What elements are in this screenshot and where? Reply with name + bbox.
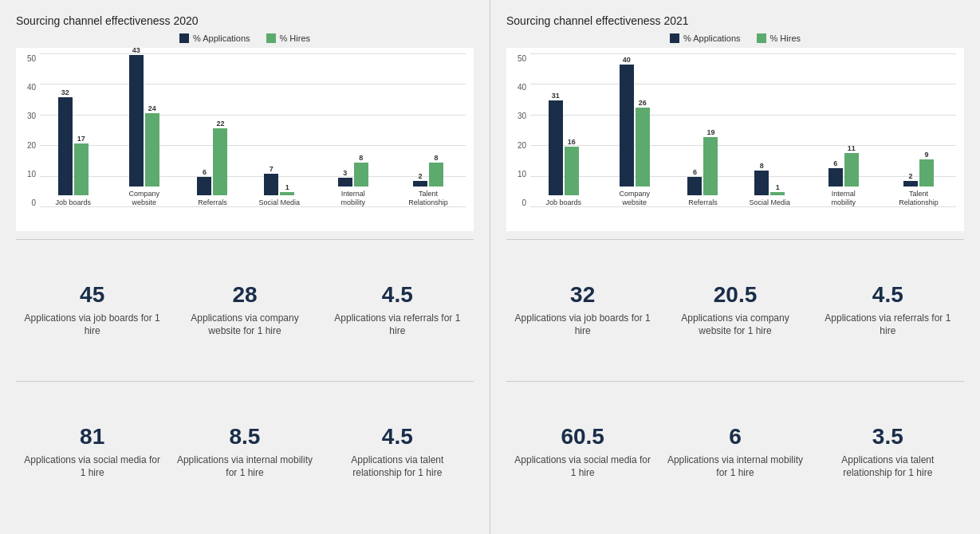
- stat-desc: Applications via job boards for 1 hire: [24, 312, 160, 339]
- bar-group-bars: 619: [687, 128, 718, 195]
- bar-value-app: 43: [132, 46, 140, 54]
- panel-2020: Sourcing channel effectiveness 2020 % Ap…: [0, 0, 490, 534]
- stat-cell: 8.5Applications via internal mobility fo…: [168, 381, 321, 523]
- chart-inner: 3116Job boards4026Company website619Refe…: [530, 54, 956, 207]
- legend-applications-2021: % Applications: [670, 33, 741, 43]
- bar-value-app: 3: [343, 169, 347, 177]
- y-label: 50: [518, 54, 529, 63]
- bar-value-app: 32: [61, 88, 69, 96]
- bar-label: Internal mobility: [331, 190, 375, 207]
- stat-desc: Applications via internal mobility for 1…: [176, 454, 313, 481]
- bar-app: [58, 97, 73, 195]
- y-label: 20: [27, 141, 38, 150]
- y-label: 0: [521, 198, 529, 207]
- y-label: 30: [27, 112, 38, 120]
- panel-2021: Sourcing channel effectiveness 2021 % Ap…: [490, 0, 980, 534]
- bar-wrapper-app: 31: [549, 92, 563, 195]
- bar-hire: [703, 137, 718, 195]
- stat-desc: Applications via social media for 1 hire: [514, 454, 651, 481]
- legend-applications-label: % Applications: [193, 33, 250, 43]
- bar-group-bars: 71: [264, 165, 294, 195]
- y-label: 40: [27, 83, 38, 92]
- bar-label: Job boards: [56, 198, 92, 207]
- bar-group: 28Talent Relationship: [406, 154, 450, 207]
- stat-number: 45: [80, 283, 104, 308]
- stat-number: 81: [80, 425, 104, 450]
- stat-cell: 4.5Applications via referrals for 1 hire: [812, 239, 964, 381]
- stat-cell: 45Applications via job boards for 1 hire: [16, 239, 168, 381]
- bar-wrapper-hire: 8: [429, 154, 443, 187]
- bar-value-hire: 24: [148, 104, 156, 112]
- bar-wrapper-app: 2: [903, 172, 918, 187]
- stat-cell: 32Applications via job boards for 1 hire: [506, 239, 659, 381]
- legend-dark-box: [179, 33, 189, 43]
- bar-value-app: 2: [418, 172, 422, 180]
- bar-app: [754, 171, 769, 195]
- bar-value-app: 6: [833, 159, 837, 167]
- chart-inner: 3217Job boards4324Company website622Refe…: [40, 54, 466, 207]
- chart-2021-title: Sourcing channel effectiveness 2021: [506, 14, 964, 27]
- stat-number: 4.5: [382, 425, 413, 450]
- stat-number: 8.5: [230, 425, 261, 450]
- legend-2021: % Applications % Hires: [506, 33, 964, 43]
- bar-label: Company website: [122, 190, 166, 207]
- chart-2020-area: 504030201003217Job boards4324Company web…: [16, 48, 474, 231]
- bar-group: 4324Company website: [122, 46, 166, 207]
- legend-hires-label-2021: % Hires: [770, 33, 801, 43]
- bar-wrapper-hire: 11: [844, 144, 859, 187]
- bar-wrapper-app: 2: [413, 172, 427, 187]
- bar-value-hire: 9: [924, 151, 928, 159]
- stat-cell: 4.5Applications via referrals for 1 hire: [321, 239, 474, 381]
- bar-value-hire: 8: [359, 154, 363, 162]
- chart-2021-area: 504030201003116Job boards4026Company web…: [506, 48, 964, 231]
- bar-hire: [565, 147, 579, 195]
- bar-wrapper-app: 3: [338, 169, 352, 187]
- bar-value-app: 40: [623, 56, 631, 64]
- stat-cell: 60.5Applications via social media for 1 …: [506, 381, 659, 523]
- y-label: 20: [518, 141, 529, 150]
- bar-group: 3116Job boards: [546, 92, 582, 207]
- bar-value-hire: 17: [77, 135, 85, 143]
- legend-dark-box-2021: [670, 33, 679, 43]
- bar-value-hire: 1: [776, 183, 780, 191]
- bar-hire: [636, 108, 650, 187]
- bar-app: [828, 168, 843, 187]
- stat-desc: Applications via company website for 1 h…: [176, 312, 313, 339]
- bar-label: Referrals: [688, 198, 718, 207]
- y-label: 40: [518, 83, 529, 92]
- bar-group-bars: 611: [828, 144, 859, 187]
- legend-hires-label: % Hires: [280, 33, 311, 43]
- bar-wrapper-app: 40: [620, 56, 634, 187]
- bar-group: 622Referrals: [197, 120, 227, 207]
- bar-hire: [74, 143, 89, 195]
- stat-desc: Applications via internal mobility for 1…: [667, 454, 803, 481]
- stat-desc: Applications via social media for 1 hire: [24, 454, 160, 481]
- bar-label: Social Media: [750, 198, 791, 207]
- y-label: 10: [518, 170, 529, 179]
- bar-group-bars: 622: [197, 120, 227, 195]
- bar-value-app: 6: [203, 168, 207, 176]
- bar-app: [197, 177, 211, 195]
- bar-hire: [919, 159, 934, 187]
- stat-number: 20.5: [714, 283, 758, 308]
- bar-hire: [429, 163, 443, 187]
- y-label: 10: [27, 170, 38, 179]
- bar-hire: [770, 192, 785, 195]
- stat-desc: Applications via talent relationship for…: [329, 454, 466, 481]
- bar-value-hire: 16: [568, 138, 576, 146]
- bar-label: Talent Relationship: [896, 190, 940, 207]
- bar-value-hire: 8: [434, 154, 438, 162]
- bar-wrapper-hire: 19: [703, 128, 718, 195]
- bar-hire: [145, 113, 159, 187]
- stat-cell: 3.5Applications via talent relationship …: [812, 381, 964, 523]
- stat-cell: 28Applications via company website for 1…: [168, 239, 321, 381]
- stats-2021: 32Applications via job boards for 1 hire…: [506, 239, 964, 523]
- stat-cell: 4.5Applications via talent relationship …: [321, 381, 474, 523]
- bar-group-bars: 29: [903, 151, 934, 187]
- bar-value-app: 7: [270, 165, 274, 173]
- bar-group-bars: 81: [754, 162, 785, 195]
- y-label: 0: [31, 198, 38, 207]
- stat-number: 32: [570, 283, 595, 308]
- bar-wrapper-hire: 22: [213, 120, 227, 195]
- stat-number: 4.5: [872, 283, 903, 308]
